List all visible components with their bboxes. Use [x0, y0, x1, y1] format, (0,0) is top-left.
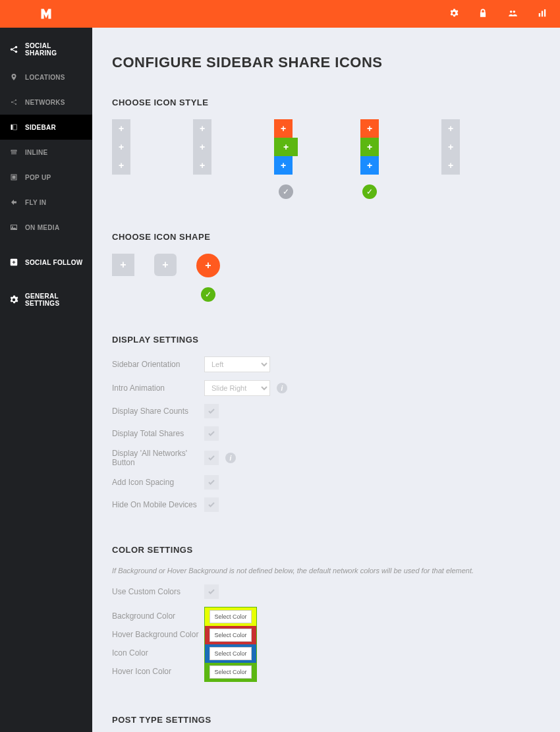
field-label: Hover Icon Color: [112, 662, 204, 681]
field-label: Display 'All Networks' Button: [112, 449, 204, 467]
media-icon: [9, 223, 18, 232]
use-custom-colors-checkbox[interactable]: [204, 584, 219, 599]
top-bar: [0, 0, 560, 28]
share-counts-checkbox[interactable]: [204, 404, 219, 418]
display-settings-section: DISPLAY SETTINGS Sidebar Orientation Lef…: [112, 335, 540, 512]
sidebar-label: SIDEBAR: [25, 124, 56, 131]
sidebar-label: ON MEDIA: [25, 224, 59, 231]
section-heading: DISPLAY SETTINGS: [112, 335, 540, 345]
page-title: CONFIGURE SIDEBAR SHARE ICONS: [112, 54, 540, 71]
hover-bg-color-swatch[interactable]: Select Color: [205, 626, 256, 644]
select-color-button[interactable]: Select Color: [210, 629, 251, 642]
sidebar-item-sidebar[interactable]: SIDEBAR: [0, 115, 92, 140]
sidebar-label: GENERAL SETTINGS: [25, 293, 83, 307]
sidebar-label: FLY IN: [25, 199, 46, 206]
color-picker-group: Select Color Select Color Select Color S…: [204, 607, 257, 682]
bg-color-swatch[interactable]: Select Color: [205, 607, 256, 626]
sidebar-label: INLINE: [25, 149, 48, 156]
sidebar-label: POP UP: [25, 174, 51, 181]
sidebar-item-networks[interactable]: NETWORKS: [0, 90, 92, 115]
users-icon[interactable]: [507, 9, 518, 20]
share-icon: [9, 45, 18, 54]
field-label: Background Color: [112, 607, 204, 625]
icon-style-option-3[interactable]: +++ ✓: [274, 119, 298, 199]
icon-style-option-5[interactable]: +++: [441, 119, 460, 199]
check-icon: ✓: [201, 287, 215, 302]
svg-rect-11: [11, 125, 13, 130]
plus-icon: [9, 258, 18, 267]
icon-style-option-2[interactable]: +++: [193, 119, 211, 199]
section-heading: COLOR SETTINGS: [112, 545, 540, 555]
field-label: Add Icon Spacing: [112, 478, 204, 487]
orientation-select[interactable]: Left: [204, 356, 270, 372]
network-icon: [9, 98, 18, 107]
sidebar-item-flyin[interactable]: FLY IN: [0, 190, 92, 215]
svg-point-9: [15, 99, 16, 101]
svg-rect-4: [544, 9, 546, 16]
lock-icon[interactable]: [478, 9, 488, 20]
field-label: Display Share Counts: [112, 407, 204, 416]
field-label: Intro Animation: [112, 383, 204, 393]
icon-shape-circle[interactable]: + ✓: [196, 254, 220, 302]
pin-icon: [9, 72, 18, 82]
field-label: Icon Color: [112, 644, 204, 662]
info-icon[interactable]: i: [225, 453, 236, 463]
svg-point-1: [513, 10, 516, 12]
svg-point-10: [15, 103, 16, 105]
section-hint: If Background or Hover Background is not…: [112, 567, 540, 575]
icon-spacing-checkbox[interactable]: [204, 475, 219, 490]
sidebar-item-social-follow[interactable]: SOCIAL FOLLOW: [0, 250, 92, 275]
top-icons: [449, 9, 547, 20]
sidebar-label: SOCIAL SHARING: [25, 42, 83, 57]
total-shares-checkbox[interactable]: [204, 426, 219, 441]
stats-icon[interactable]: [538, 9, 547, 20]
hide-mobile-checkbox[interactable]: [204, 497, 219, 512]
sidebar-item-inline[interactable]: INLINE: [0, 140, 92, 165]
select-color-button[interactable]: Select Color: [210, 610, 251, 623]
sidebar-item-popup[interactable]: POP UP: [0, 165, 92, 190]
main-content: CONFIGURE SIDEBAR SHARE ICONS CHOOSE ICO…: [92, 28, 560, 732]
sidebar-label: LOCATIONS: [25, 74, 65, 81]
gear-icon[interactable]: [449, 9, 459, 20]
icon-shape-square[interactable]: +: [112, 254, 134, 276]
sidebar-label: SOCIAL FOLLOW: [25, 259, 83, 266]
svg-rect-12: [13, 125, 17, 130]
check-icon: ✓: [279, 184, 293, 199]
field-label: Sidebar Orientation: [112, 360, 204, 369]
info-icon[interactable]: i: [277, 383, 287, 393]
svg-rect-3: [542, 11, 543, 16]
field-label: Display Total Shares: [112, 429, 204, 438]
sidebar-item-onmedia[interactable]: ON MEDIA: [0, 215, 92, 240]
check-icon: ✓: [362, 184, 377, 199]
field-label: Hover Background Color: [112, 625, 204, 644]
inline-icon: [9, 148, 18, 157]
svg-rect-13: [11, 150, 16, 152]
icon-style-option-4[interactable]: +++ ✓: [360, 119, 379, 199]
animation-select[interactable]: Slide Right: [204, 380, 270, 396]
sidebar-label: NETWORKS: [25, 99, 65, 106]
sidebar-item-social-sharing[interactable]: SOCIAL SHARING: [0, 34, 92, 65]
svg-point-0: [510, 10, 513, 12]
field-label: Hide On Mobile Devices: [112, 500, 204, 509]
gear-icon: [9, 295, 18, 304]
icon-color-swatch[interactable]: Select Color: [205, 644, 256, 663]
svg-rect-2: [539, 13, 540, 16]
all-networks-checkbox[interactable]: [204, 451, 219, 465]
popup-icon: [9, 173, 18, 182]
logo-icon: [40, 7, 53, 20]
color-settings-section: COLOR SETTINGS If Background or Hover Ba…: [112, 545, 540, 682]
sidebar-nav: SOCIAL SHARING LOCATIONS NETWORKS SIDEBA…: [0, 28, 92, 732]
flyin-icon: [9, 198, 18, 207]
hover-icon-color-swatch[interactable]: Select Color: [205, 663, 256, 681]
sidebar-icon: [9, 123, 18, 132]
icon-shape-rounded[interactable]: +: [154, 254, 177, 276]
sidebar-item-general-settings[interactable]: GENERAL SETTINGS: [0, 285, 92, 315]
section-heading: POST TYPE SETTINGS: [112, 715, 540, 725]
icon-style-section: CHOOSE ICON STYLE +++ +++ +++ ✓ +++ ✓ ++…: [112, 98, 540, 199]
select-color-button[interactable]: Select Color: [210, 647, 251, 660]
section-heading: CHOOSE ICON SHAPE: [112, 232, 540, 242]
select-color-button[interactable]: Select Color: [210, 665, 251, 679]
section-heading: CHOOSE ICON STYLE: [112, 98, 540, 107]
icon-style-option-1[interactable]: +++: [112, 119, 130, 199]
sidebar-item-locations[interactable]: LOCATIONS: [0, 65, 92, 90]
